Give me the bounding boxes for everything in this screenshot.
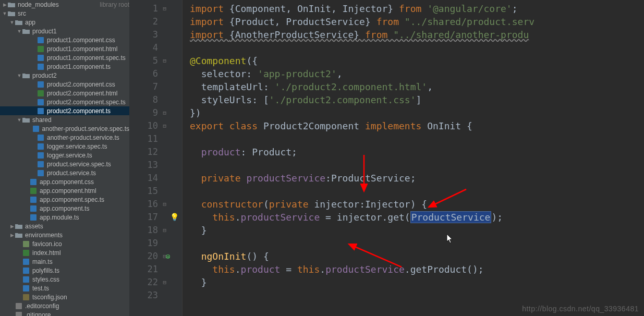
tree-item-product-service-ts[interactable]: product.service.ts xyxy=(0,168,129,177)
gutter-line: ⊟20 xyxy=(129,250,182,263)
tree-item-product1-component-html[interactable]: product1.component.html xyxy=(0,44,129,53)
fold-icon[interactable]: ⊟ xyxy=(163,224,166,237)
code-line[interactable] xyxy=(183,41,644,54)
expand-chevron-icon[interactable]: ▼ xyxy=(17,117,22,123)
tree-item-product2[interactable]: ▼product2 xyxy=(0,71,129,80)
tree-item-test-ts[interactable]: test.ts xyxy=(0,284,129,293)
svg-rect-0 xyxy=(38,37,44,43)
token: injector:Injector) { xyxy=(314,199,427,210)
tree-item-product2-component-spec-ts[interactable]: product2.component.spec.ts xyxy=(0,98,129,106)
tree-item-app[interactable]: ▼app xyxy=(0,18,129,27)
tree-item-app-component-html[interactable]: app.component.html xyxy=(0,186,129,195)
tree-item-polyfills-ts[interactable]: polyfills.ts xyxy=(0,266,129,275)
tree-item-main-ts[interactable]: main.ts xyxy=(0,257,129,266)
token: this xyxy=(297,264,320,275)
tree-item-product2-component-ts[interactable]: product2.component.ts xyxy=(0,106,129,115)
intention-bulb-icon[interactable]: 💡 xyxy=(170,211,179,224)
code-line[interactable] xyxy=(183,159,644,172)
tree-item-product-service-spec-ts[interactable]: product.service.spec.ts xyxy=(0,160,129,168)
tree-item-environments[interactable]: ▶environments xyxy=(0,230,129,239)
code-line[interactable]: } xyxy=(183,276,644,289)
code-area[interactable]: import {Component, OnInit, Injector} fro… xyxy=(183,0,644,316)
fold-icon[interactable]: ⊟ xyxy=(163,276,166,289)
tree-item-product1[interactable]: ▼product1 xyxy=(0,27,129,35)
tree-item-app-component-ts[interactable]: app.component.ts xyxy=(0,204,129,213)
tree-item-shared[interactable]: ▼shared xyxy=(0,115,129,124)
tree-item-another-product-service-ts[interactable]: another-product.service.ts xyxy=(0,133,129,142)
code-line[interactable]: styleUrls: ['./product2.component.css'] xyxy=(183,93,644,106)
tree-item--editorconfig[interactable]: .editorconfig xyxy=(0,301,129,310)
tree-item-styles-css[interactable]: styles.css xyxy=(0,275,129,284)
expand-chevron-icon[interactable]: ▼ xyxy=(17,73,22,78)
expand-chevron-icon[interactable]: ▼ xyxy=(9,20,15,25)
code-line[interactable]: this.product = this.productService.getPr… xyxy=(183,263,644,276)
tree-label: styles.css xyxy=(32,276,129,283)
fold-icon[interactable]: ⊟ xyxy=(163,2,166,15)
expand-chevron-icon[interactable]: ▶ xyxy=(9,224,15,229)
tree-label: index.html xyxy=(32,249,129,257)
token: OnInit xyxy=(427,120,467,131)
expand-chevron-icon[interactable]: ▶ xyxy=(9,233,15,238)
code-line[interactable]: product: Product; xyxy=(183,145,644,159)
line-number: 9 xyxy=(153,106,158,119)
code-line[interactable]: selector: 'app-product2', xyxy=(183,67,644,80)
code-line[interactable]: ngOnInit() { xyxy=(183,250,644,263)
tree-item-node-modules[interactable]: ▶node_moduleslibrary root xyxy=(0,0,129,9)
tree-item-logger-service-ts[interactable]: logger.service.ts xyxy=(0,151,129,160)
code-line[interactable] xyxy=(183,132,644,145)
token: ] xyxy=(416,94,421,105)
code-editor[interactable]: ⊟1234⊟5678⊟9⊟101112131415⊟16💡17⊟1819⊟202… xyxy=(129,0,644,316)
tree-item-logger-service-spec-ts[interactable]: logger.service.spec.ts xyxy=(0,142,129,151)
code-line[interactable] xyxy=(183,185,644,198)
svg-rect-17 xyxy=(30,205,37,212)
code-line[interactable]: import {Component, OnInit, Injector} fro… xyxy=(183,2,644,15)
token: = xyxy=(280,264,297,275)
line-number: 2 xyxy=(153,15,158,28)
svg-rect-22 xyxy=(23,268,29,274)
tree-item-src[interactable]: ▼src xyxy=(0,9,129,18)
tree-item-index-html[interactable]: index.html xyxy=(0,248,129,257)
token: productService xyxy=(241,212,320,223)
code-line[interactable] xyxy=(183,237,644,250)
code-line[interactable]: import {Product, ProductService} from ".… xyxy=(183,15,644,28)
code-line[interactable]: export class Product2Component implement… xyxy=(183,119,644,132)
token: styleUrls: [ xyxy=(190,94,269,105)
tree-item-product2-component-html[interactable]: product2.component.html xyxy=(0,89,129,98)
code-line[interactable]: templateUrl: './product2.component.html'… xyxy=(183,80,644,93)
fold-icon[interactable]: ⊟ xyxy=(163,54,166,67)
token: from xyxy=(376,16,405,27)
token: private xyxy=(201,173,247,184)
expand-chevron-icon[interactable]: ▼ xyxy=(17,29,22,34)
tree-item-product1-component-css[interactable]: product1.component.css xyxy=(0,35,129,44)
tree-item-app-component-spec-ts[interactable]: app.component.spec.ts xyxy=(0,195,129,204)
tree-item-app-component-css[interactable]: app.component.css xyxy=(0,177,129,186)
fold-icon[interactable]: ⊟ xyxy=(163,106,166,119)
tree-item-favicon-ico[interactable]: favicon.ico xyxy=(0,239,129,248)
tree-label: product2.component.html xyxy=(47,90,129,97)
line-number: 11 xyxy=(148,132,158,145)
project-tree[interactable]: ▶node_moduleslibrary root▼src▼app▼produc… xyxy=(0,0,129,316)
code-line[interactable]: this.productService = injector.get(Produ… xyxy=(183,211,644,224)
code-line[interactable]: } xyxy=(183,224,644,237)
expand-chevron-icon[interactable]: ▶ xyxy=(2,2,7,7)
code-line[interactable] xyxy=(183,289,644,302)
tree-item-app-module-ts[interactable]: app.module.ts xyxy=(0,213,129,222)
code-line[interactable]: }) xyxy=(183,106,644,119)
code-line[interactable]: @Component({ xyxy=(183,54,644,67)
tree-item-another-product-service-spec-ts[interactable]: another-product.service.spec.ts xyxy=(0,124,129,133)
tree-item-assets[interactable]: ▶assets xyxy=(0,222,129,230)
gutter-line: 19 xyxy=(129,237,182,250)
tree-item-product1-component-ts[interactable]: product1.component.ts xyxy=(0,62,129,71)
code-line[interactable]: import {AnotherProductService} from "../… xyxy=(183,28,644,41)
tree-item-product1-component-spec-ts[interactable]: product1.component.spec.ts xyxy=(0,53,129,62)
code-line[interactable]: constructor(private injector:Injector) { xyxy=(183,198,644,211)
fold-icon[interactable]: ⊟ xyxy=(163,119,166,132)
gutter-line: 11 xyxy=(129,132,182,145)
tree-item--gitignore[interactable]: .gitignore xyxy=(0,310,129,316)
tree-item-tsconfig-json[interactable]: tsconfig.json xyxy=(0,293,129,301)
fold-icon[interactable]: ⊟ xyxy=(163,250,166,263)
code-line[interactable]: private productService:ProductService; xyxy=(183,172,644,185)
tree-item-product2-component-css[interactable]: product2.component.css xyxy=(0,80,129,89)
fold-icon[interactable]: ⊟ xyxy=(163,198,166,211)
expand-chevron-icon[interactable]: ▼ xyxy=(2,11,7,16)
